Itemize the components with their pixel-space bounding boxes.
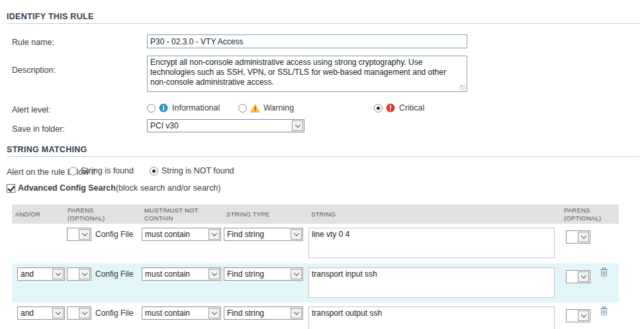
header-string-type: STRING TYPE xyxy=(224,211,308,218)
chevron-down-icon[interactable] xyxy=(578,310,589,321)
search-string-input[interactable]: line vty 0 4 xyxy=(308,228,555,258)
must-contain-select[interactable]: must contain xyxy=(142,228,221,241)
chevron-down-icon[interactable] xyxy=(292,120,303,131)
chevron-down-icon[interactable] xyxy=(578,232,589,242)
checkbox[interactable] xyxy=(7,184,15,193)
description-label: Description: xyxy=(12,66,56,75)
header-andor: AND/OR xyxy=(12,211,65,218)
rule-name-label: Rule name: xyxy=(12,38,54,47)
alert-level-label: Alert level: xyxy=(12,105,50,115)
string-type-select[interactable]: Find string xyxy=(224,267,303,281)
alert-level-informational-label: Informational xyxy=(172,103,220,113)
radio-button[interactable] xyxy=(150,167,158,175)
chevron-down-icon[interactable] xyxy=(79,229,90,240)
description-field-wrap: Encrypt all non-console administrative a… xyxy=(147,56,467,92)
search-string-input[interactable]: transport input ssh xyxy=(308,267,555,298)
section-divider xyxy=(7,156,639,157)
advanced-config-search-label: Advanced Config Search xyxy=(18,183,116,193)
chevron-down-icon[interactable] xyxy=(208,229,220,240)
header-parens-close: PARENS (OPTIONAL) xyxy=(561,207,596,222)
chevron-down-icon[interactable] xyxy=(52,308,64,318)
search-rule-row: and Config File must contain Find string… xyxy=(12,263,619,303)
description-textarea[interactable]: Encrypt all non-console administrative a… xyxy=(147,56,467,92)
andor-select[interactable]: and xyxy=(17,267,65,281)
must-contain-select[interactable]: must contain xyxy=(142,267,221,281)
chevron-down-icon[interactable] xyxy=(52,269,64,279)
chevron-down-icon[interactable] xyxy=(208,308,220,318)
radio-button[interactable] xyxy=(238,104,247,113)
chevron-down-icon[interactable] xyxy=(208,269,220,279)
warning-icon xyxy=(250,103,260,113)
save-in-folder-value: PCI v30 xyxy=(150,121,179,130)
parens-close-select[interactable] xyxy=(566,270,590,283)
alert-level-critical-label: Critical xyxy=(399,103,424,113)
alert-level-warning-label: Warning xyxy=(263,103,294,113)
actions-cell xyxy=(596,224,619,232)
radio-button[interactable] xyxy=(374,104,383,113)
parens-open-select[interactable] xyxy=(67,267,91,281)
chevron-down-icon[interactable] xyxy=(79,308,90,318)
string-type-select[interactable]: Find string xyxy=(224,306,303,320)
section-divider xyxy=(7,23,639,24)
alert-level-warning[interactable]: Warning xyxy=(238,103,294,113)
string-type-select[interactable]: Find string xyxy=(224,228,303,241)
rule-name-input[interactable] xyxy=(147,34,467,48)
radio-button[interactable] xyxy=(69,167,77,175)
table-header-row: AND/OR PARENS (OPTIONAL) MUST/MUST NOT C… xyxy=(12,205,619,224)
header-string: STRING xyxy=(308,211,561,218)
parens-open-select[interactable] xyxy=(67,306,91,320)
info-icon xyxy=(159,103,169,113)
chevron-down-icon[interactable] xyxy=(291,229,302,240)
must-contain-select[interactable]: must contain xyxy=(142,306,221,320)
trash-icon[interactable] xyxy=(600,267,608,279)
header-contain: MUST/MUST NOT CONTAIN xyxy=(142,207,224,222)
critical-icon xyxy=(386,103,396,113)
advanced-config-search-option[interactable]: Advanced Config Search(block search and/… xyxy=(7,183,220,193)
radio-button[interactable] xyxy=(147,104,156,113)
andor-select[interactable]: and xyxy=(17,306,65,320)
save-in-folder-label: Save in folder: xyxy=(12,124,65,134)
string-is-found-option[interactable]: String is found xyxy=(69,166,134,175)
search-string-input[interactable]: transport output ssh xyxy=(308,306,555,329)
parens-close-select[interactable] xyxy=(566,230,590,244)
parens-open-select[interactable] xyxy=(67,228,91,241)
alert-level-critical[interactable]: Critical xyxy=(374,103,424,113)
chevron-down-icon[interactable] xyxy=(79,269,90,279)
rule-editor-page: IDENTIFY THIS RULE Rule name: Descriptio… xyxy=(0,0,644,329)
header-parens-open: PARENS (OPTIONAL) xyxy=(65,207,142,222)
chevron-down-icon[interactable] xyxy=(291,269,302,279)
identify-section-title: IDENTIFY THIS RULE xyxy=(7,12,94,21)
save-in-folder-select[interactable]: PCI v30 xyxy=(147,119,304,132)
string-is-not-found-label: String is NOT found xyxy=(161,166,234,175)
chevron-down-icon[interactable] xyxy=(578,271,589,282)
string-is-not-found-option[interactable]: String is NOT found xyxy=(150,166,234,175)
string-is-found-label: String is found xyxy=(81,166,134,175)
andor-cell xyxy=(12,224,65,232)
config-file-label: Config File xyxy=(95,267,133,281)
resize-grip-icon[interactable] xyxy=(460,85,466,91)
chevron-down-icon[interactable] xyxy=(291,308,302,318)
alert-level-informational[interactable]: Informational xyxy=(147,103,220,113)
string-matching-section-title: STRING MATCHING xyxy=(7,145,87,154)
config-file-label: Config File xyxy=(95,306,133,320)
advanced-config-search-note: (block search and/or search) xyxy=(116,183,220,193)
search-rule-row: and Config File must contain Find string… xyxy=(12,303,619,329)
config-file-label: Config File xyxy=(95,228,133,241)
search-rule-row: Config File must contain Find string lin… xyxy=(12,224,619,263)
parens-close-select[interactable] xyxy=(566,309,590,322)
trash-icon[interactable] xyxy=(600,306,608,318)
advanced-search-table: AND/OR PARENS (OPTIONAL) MUST/MUST NOT C… xyxy=(12,205,619,329)
